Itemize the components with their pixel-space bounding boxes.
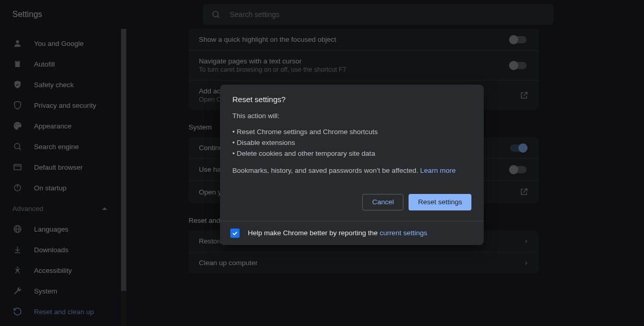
reset-dialog: Reset settings? This action will: • Rese… xyxy=(220,85,484,245)
dialog-intro: This action will: xyxy=(232,112,471,120)
dialog-title: Reset settings? xyxy=(232,95,471,104)
learn-more-link[interactable]: Learn more xyxy=(420,167,456,174)
dialog-note-text: Bookmarks, history, and saved passwords … xyxy=(232,167,420,174)
dialog-note: Bookmarks, history, and saved passwords … xyxy=(232,167,471,174)
cancel-button[interactable]: Cancel xyxy=(362,194,403,210)
help-text: Help make Chrome better by reporting the… xyxy=(248,229,427,237)
current-settings-link[interactable]: current settings xyxy=(380,229,427,237)
help-checkbox[interactable] xyxy=(230,229,240,238)
dialog-bullet: Disable extensions xyxy=(236,139,295,146)
dialog-bullets: • Reset Chrome settings and Chrome short… xyxy=(232,127,471,159)
dialog-bullet: Reset Chrome settings and Chrome shortcu… xyxy=(236,128,378,136)
dialog-bullet: Delete cookies and other temporary site … xyxy=(236,150,375,157)
reset-settings-button[interactable]: Reset settings xyxy=(409,194,471,210)
